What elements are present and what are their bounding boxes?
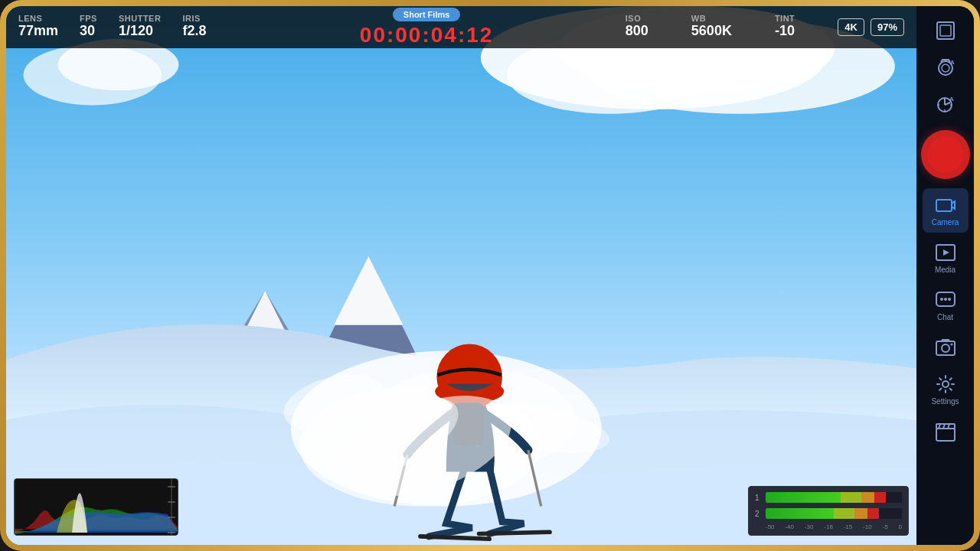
chat-nav-label: Chat (937, 313, 953, 321)
meter-scale: -50 -40 -30 -18 -15 -10 -5 0 (766, 523, 902, 530)
channel1-meter (766, 492, 902, 503)
lens-label: LENS (18, 15, 42, 23)
hud-iris: IRIS f2.8 (182, 15, 206, 40)
audio-channel-1: 1 (755, 491, 902, 504)
iris-label: IRIS (182, 15, 200, 23)
svg-text:A: A (949, 96, 954, 103)
sidebar-item-frame[interactable] (923, 14, 969, 47)
settings-nav-label: Settings (931, 397, 959, 406)
lens-value: 77mm (18, 23, 58, 40)
hud-right: ISO 800 WB 5600K TINT -10 4K 97% (626, 15, 904, 40)
audio-meter-panel: 1 2 (748, 486, 909, 536)
viewport-area: LENS 77mm FPS 30 SHUTTER 1/120 IRIS f2.8… (6, 6, 916, 545)
camera-nav-label: Camera (932, 218, 959, 227)
svg-point-39 (942, 64, 949, 72)
channel1-label: 1 (755, 494, 763, 502)
hud-shutter: SHUTTER 1/120 (119, 15, 161, 40)
hud-center: Short Films 00:00:04:12 (227, 8, 625, 47)
fps-value: 30 (80, 23, 95, 40)
camera-nav-icon (935, 194, 956, 216)
svg-point-53 (950, 344, 952, 346)
channel2-meter (766, 508, 902, 519)
svg-marker-44 (952, 201, 955, 209)
hud-tint: TINT -10 (775, 15, 795, 40)
svg-point-48 (940, 298, 943, 301)
hud-top-bar: LENS 77mm FPS 30 SHUTTER 1/120 IRIS f2.8… (6, 6, 916, 48)
channel2-label: 2 (755, 510, 763, 518)
sidebar-nav-media[interactable]: Media (923, 236, 969, 280)
frame-icon (935, 20, 956, 41)
svg-rect-37 (940, 25, 951, 36)
hud-iso: ISO 800 (626, 15, 648, 40)
svg-point-52 (942, 344, 949, 352)
hud-lens: LENS 77mm (18, 15, 58, 40)
iso-value: 800 (626, 23, 648, 40)
iris-value: f2.8 (182, 23, 206, 40)
camera-a-icon: A (935, 57, 956, 78)
svg-point-50 (948, 298, 951, 301)
histogram-panel (14, 478, 178, 536)
battery-badge: 97% (871, 18, 904, 36)
sidebar-item-camera-a[interactable]: A (923, 51, 969, 84)
svg-rect-55 (936, 429, 955, 441)
exposure-icon: A (935, 93, 956, 115)
record-button[interactable] (921, 130, 970, 179)
svg-point-54 (942, 381, 949, 387)
histogram-chart (15, 479, 178, 536)
wb-label: WB (691, 15, 706, 23)
audio-channel-2: 2 (755, 507, 902, 520)
sidebar-item-clapper[interactable] (923, 415, 969, 448)
clapper-icon (935, 421, 956, 442)
device-inner: LENS 77mm FPS 30 SHUTTER 1/120 IRIS f2.8… (6, 6, 974, 545)
shutter-value: 1/120 (119, 23, 153, 40)
sidebar-nav-settings[interactable]: Settings (923, 367, 969, 412)
sidebar-item-exposure[interactable]: A (923, 87, 969, 121)
resolution-badge: 4K (838, 18, 864, 36)
scene-background (6, 6, 916, 545)
sidebar-nav-chat[interactable]: Chat (923, 283, 969, 328)
iso-label: ISO (626, 15, 641, 23)
project-name-badge: Short Films (393, 8, 461, 21)
right-sidebar: A A (916, 6, 974, 545)
sidebar-item-snapshot[interactable] (923, 331, 969, 364)
media-nav-label: Media (935, 266, 956, 274)
svg-marker-46 (943, 249, 949, 256)
shutter-label: SHUTTER (119, 15, 161, 23)
snapshot-icon (935, 337, 956, 358)
hud-fps: FPS 30 (80, 15, 97, 40)
timecode-display: 00:00:04:12 (360, 23, 494, 47)
svg-text:A: A (950, 59, 955, 66)
record-button-inner (927, 136, 964, 173)
hud-badges: 4K 97% (838, 18, 904, 36)
device-frame: LENS 77mm FPS 30 SHUTTER 1/120 IRIS f2.8… (0, 0, 980, 551)
media-nav-icon (935, 242, 956, 263)
hud-wb: WB 5600K (691, 15, 732, 40)
wb-value: 5600K (691, 23, 732, 40)
fps-label: FPS (80, 15, 97, 23)
sidebar-nav-camera[interactable]: Camera (923, 188, 969, 233)
tint-label: TINT (775, 15, 795, 23)
settings-nav-icon (935, 373, 956, 395)
svg-rect-43 (936, 200, 952, 211)
tint-value: -10 (775, 23, 795, 40)
chat-nav-icon (935, 289, 956, 311)
svg-point-49 (944, 298, 947, 301)
